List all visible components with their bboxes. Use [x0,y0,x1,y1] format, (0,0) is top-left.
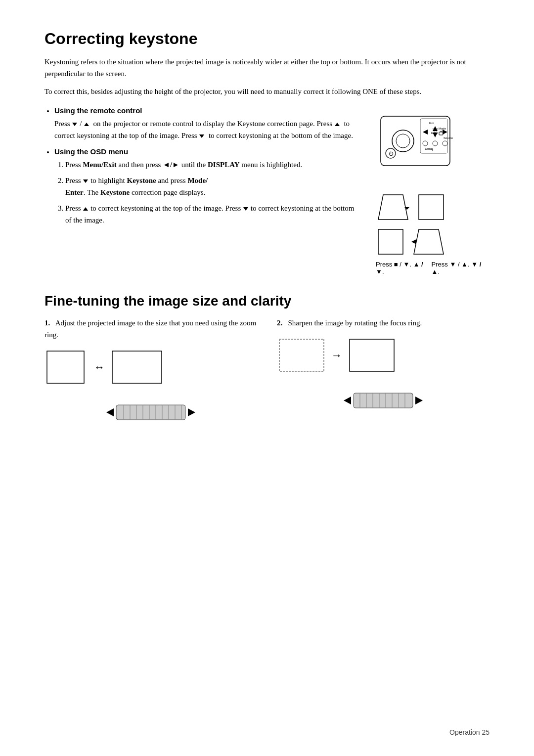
fine-col-1: 1. Adjust the projected image to the siz… [44,317,257,432]
svg-rect-22 [419,195,444,220]
svg-point-1 [392,130,414,152]
bullet1-text: Press / on the projector or remote contr… [54,118,361,141]
svg-marker-7 [423,130,428,134]
svg-text:Enter: Enter [431,132,438,134]
section2-title: Fine-tuning the image size and clarity [44,293,490,309]
keystone-correction-diagrams [376,192,490,224]
step3-up-icon [83,207,88,211]
svg-point-14 [423,141,428,146]
svg-text:Mode: Mode [439,127,446,130]
focus-boxes-diagram: → [277,337,490,374]
zoom-ring-svg [101,393,200,432]
fine-tuning-content: 1. Adjust the projected image to the siz… [44,317,490,432]
focus-ring-svg [339,381,428,420]
svg-rect-41 [279,339,324,371]
svg-point-2 [396,134,410,148]
fine-step1-text: 1. Adjust the projected image to the siz… [44,317,257,341]
double-arrow-horizontal: ↔ [94,361,105,374]
large-box-svg [110,349,164,386]
svg-rect-44 [354,393,413,408]
svg-text:⏻: ⏻ [389,151,394,156]
press-label-1: Press ■ / ▼. ▲ / ▼. [376,261,432,275]
intro-paragraph-2: To correct this, besides adjusting the h… [44,86,490,97]
down-icon2 [199,134,204,138]
projector-svg: Exit Mode Enter Source benq [376,106,485,185]
keystone-shape-1 [376,192,410,224]
keystone-shape-3 [376,227,405,259]
keystone-shape-2 [416,192,446,224]
fine-step2-text: 2. Sharpen the image by rotating the foc… [277,317,490,329]
right-arrow: → [331,349,342,362]
intro-paragraph-1: Keystoning refers to the situation where… [44,56,490,80]
svg-rect-23 [378,229,403,254]
svg-marker-20 [378,195,408,220]
svg-rect-27 [112,351,162,383]
svg-text:Exit: Exit [429,122,434,125]
osd-step3: Press to correct keystoning at the top o… [65,202,361,226]
keystone-correction-diagrams2 [376,227,490,259]
bullet2-label: Using the OSD menu [54,147,361,156]
keystone-shape-4 [411,227,446,259]
projector-diagram: Exit Mode Enter Source benq [376,106,490,275]
svg-marker-40 [188,408,195,416]
svg-text:Source: Source [444,136,453,139]
step3-down-icon [243,207,248,211]
svg-rect-12 [439,132,443,135]
osd-step1: Press Menu/Exit and then press ◄/► until… [65,159,361,171]
page-footer: Operation 25 [449,728,490,736]
up-icon2 [335,123,340,126]
up-icon [84,123,89,126]
small-box-svg [44,349,89,386]
svg-rect-26 [47,351,84,383]
svg-point-15 [433,141,438,146]
bullet1-label: Using the remote control [54,106,361,115]
down-icon [72,123,77,126]
svg-text:benq: benq [425,147,433,151]
sharp-box-svg [347,337,397,374]
svg-marker-53 [415,397,423,404]
zoom-boxes-diagram: ↔ [44,349,257,386]
page-title: Correcting keystone [44,30,490,48]
step2-down-icon [83,179,88,183]
svg-marker-28 [106,408,114,416]
zoom-ring-diagram [44,393,257,432]
svg-marker-43 [344,397,351,404]
svg-marker-24 [411,239,416,244]
osd-step2: Press to highlight Keystone and press Mo… [65,175,361,198]
blurry-box-svg [277,337,326,374]
focus-ring-diagram [277,381,490,420]
press-label-2: Press ▼ / ▲. ▼ / ▲. [432,261,490,275]
svg-point-16 [443,141,447,146]
fine-col-2: 2. Sharpen the image by rotating the foc… [277,317,490,432]
svg-rect-42 [350,339,394,371]
svg-marker-25 [414,229,444,254]
